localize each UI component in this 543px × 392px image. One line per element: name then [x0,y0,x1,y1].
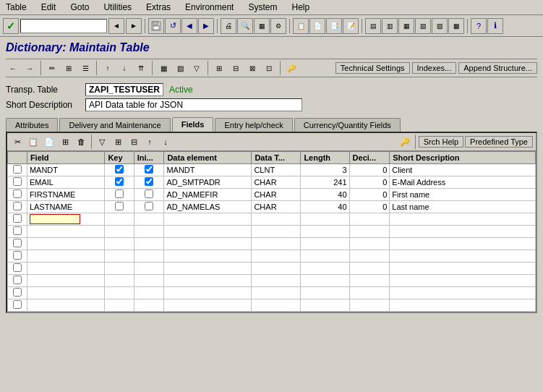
col-field: Field [27,152,105,164]
info-button[interactable]: ℹ [487,18,503,34]
table-icon-btn[interactable]: ▦ [156,61,171,75]
move-down-icon[interactable]: ↓ [158,135,173,149]
prev-button[interactable]: ◀ [181,18,197,34]
tab-currency[interactable]: Currency/Quantity Fields [294,118,401,132]
confirm-button[interactable]: ✓ [3,18,19,34]
icon8[interactable]: ▧ [415,18,431,34]
help-button[interactable]: ? [471,18,487,34]
row-checkbox[interactable] [13,202,22,210]
row-checkbox[interactable] [13,288,22,297]
row-checkbox[interactable] [13,300,22,309]
icon1[interactable]: 📋 [293,18,309,34]
settings-button[interactable]: ⚙ [270,18,286,34]
ini-checkbox[interactable] [145,202,153,210]
select-all-icon[interactable]: ⊞ [111,135,125,149]
db-icon-btn[interactable]: 🔑 [284,61,299,75]
up-icon-btn[interactable]: ↑ [101,61,115,75]
paste-icon[interactable]: 📄 [42,135,56,149]
row-checkbox[interactable] [13,214,22,223]
more-icon-btn2[interactable]: ⊟ [228,61,243,75]
back-arrow-button[interactable]: ◄ [108,18,124,34]
ini-cell [134,275,164,287]
row-checkbox[interactable] [13,226,22,235]
key-cell [105,176,134,189]
predefined-type-button[interactable]: Predefined Type [465,136,533,148]
row-checkbox[interactable] [13,276,22,284]
menu-table[interactable]: Table [3,1,30,14]
find-button[interactable]: 🔍 [237,18,253,34]
copy-icon[interactable]: 📋 [26,135,40,149]
row-checkbox[interactable] [13,239,22,247]
menu-edit[interactable]: Edit [38,1,59,14]
tab-attributes[interactable]: Attributes [6,118,58,132]
ini-cell [134,226,164,238]
command-input[interactable] [20,19,107,33]
find-next-button[interactable]: ▦ [254,18,270,34]
insert-icon[interactable]: ⊞ [58,135,72,149]
tab-delivery[interactable]: Delivery and Maintenance [59,118,170,132]
save-button[interactable] [148,18,164,34]
technical-settings-button[interactable]: Technical Settings [335,62,410,74]
key-checkbox[interactable] [115,177,124,186]
row-checkbox[interactable] [13,189,22,198]
field-name-input[interactable] [30,214,80,224]
menu-system[interactable]: System [245,1,280,14]
row-checkbox[interactable] [13,251,22,260]
key-icon[interactable]: 🔑 [398,135,412,149]
col-key: Key [105,152,134,164]
short-desc-cell [390,299,536,312]
down-icon-btn[interactable]: ↓ [117,61,132,75]
more-icon-btn1[interactable]: ⊞ [212,61,226,75]
row-checkbox[interactable] [13,263,22,272]
filter2-icon[interactable]: ▽ [95,135,109,149]
table-row [8,287,536,299]
deselect-icon[interactable]: ⊟ [127,135,141,149]
menu-extras[interactable]: Extras [143,1,174,14]
key-cell [105,189,134,201]
more-icon-btn3[interactable]: ⊠ [245,61,260,75]
icon5[interactable]: ▤ [365,18,381,34]
refresh-button[interactable]: ↺ [165,18,181,34]
forward-arrow-button[interactable]: ► [126,18,142,34]
filter-icon-btn[interactable]: ▽ [189,61,204,75]
back-icon-btn[interactable]: ← [6,61,20,75]
row-checkbox[interactable] [13,177,22,186]
ini-checkbox[interactable] [145,177,153,186]
icon7[interactable]: ▦ [398,18,414,34]
menu-goto[interactable]: Goto [67,1,92,14]
key-checkbox[interactable] [115,202,124,210]
short-desc-cell [390,213,536,226]
edit-icon-btn[interactable]: ✏ [45,61,59,75]
icon9[interactable]: ▨ [432,18,448,34]
row-checkbox[interactable] [13,165,22,174]
srch-help-button[interactable]: Srch Help [419,136,463,148]
key-checkbox[interactable] [115,189,124,198]
cut-icon[interactable]: ✂ [10,135,25,149]
forward-icon-btn[interactable]: → [22,61,37,75]
field2-icon-btn[interactable]: ▧ [173,61,187,75]
delete-icon[interactable]: 🗑 [74,135,88,149]
key-checkbox[interactable] [115,165,124,174]
append-structure-button[interactable]: Append Structure... [458,62,537,74]
field-icon-btn[interactable]: ⊞ [61,61,76,75]
tab-entry-help[interactable]: Entry help/check [215,118,292,132]
menu-help[interactable]: Help [288,1,312,14]
ini-checkbox[interactable] [145,189,153,198]
icon2[interactable]: 📄 [309,18,325,34]
print-button[interactable]: 🖨 [221,18,236,34]
indexes-button[interactable]: Indexes... [412,62,457,74]
col-length: Length [301,152,349,164]
top-icon-btn[interactable]: ⇈ [134,61,148,75]
icon6[interactable]: ▥ [382,18,398,34]
list-icon-btn[interactable]: ☰ [78,61,93,75]
icon3[interactable]: 📑 [326,18,342,34]
icon4[interactable]: 📝 [343,18,359,34]
move-up-icon[interactable]: ↑ [142,135,157,149]
next-button[interactable]: ▶ [198,18,214,34]
more-icon-btn4[interactable]: ⊡ [262,61,276,75]
icon10[interactable]: ▩ [448,18,464,34]
menu-utilities[interactable]: Utilities [101,1,134,14]
tab-fields[interactable]: Fields [172,117,214,132]
ini-checkbox[interactable] [145,165,153,174]
menu-environment[interactable]: Environment [182,1,236,14]
